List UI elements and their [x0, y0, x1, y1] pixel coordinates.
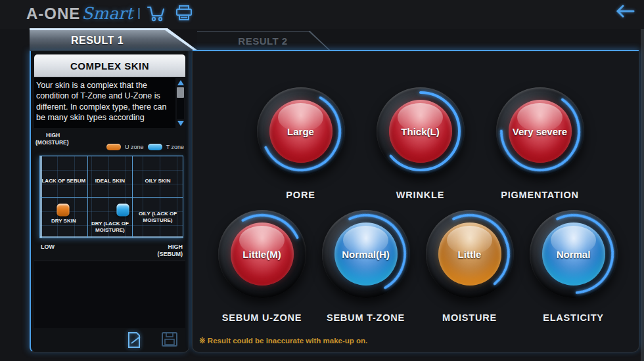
- gauge-pore: Large PORE: [252, 87, 350, 200]
- gauge-moisture-face: Little: [438, 223, 501, 286]
- zone-label-oily-skin: OILY SKIN: [145, 178, 170, 184]
- u-zone-legend-label: U zone: [125, 144, 144, 150]
- makeup-disclaimer-note: ※ Result could be inaccurate with make-u…: [199, 336, 367, 345]
- tab-result1[interactable]: RESULT 1: [30, 30, 194, 51]
- screen-right-edge: [641, 0, 644, 361]
- app-logo: A-ONE Smart: [26, 4, 133, 23]
- tab-result2[interactable]: RESULT 2: [197, 32, 329, 50]
- zone-label-dry-skin: DRY SKIN: [51, 218, 76, 224]
- gauge-moisture-label: MOISTURE: [442, 312, 497, 323]
- u-zone-marker: [57, 203, 69, 216]
- result-gauges-panel: Large PORE Thick(L) WRINKLE Very severe: [192, 50, 639, 352]
- logo-text-script: Smart: [81, 4, 133, 23]
- header-bar: A-ONE Smart |: [0, 0, 644, 29]
- gauge-sebum-t-zone-label: SEBUM T-ZONE: [327, 312, 405, 323]
- triangle-up-icon: [177, 80, 184, 85]
- gauge-moisture-button[interactable]: Little: [426, 210, 514, 298]
- t-zone-legend-swatch: [148, 144, 162, 150]
- skin-description-box: Your skin is a complex that the conditio…: [34, 78, 185, 128]
- gauge-elasticity-label: ELASTICITY: [543, 312, 604, 323]
- cart-icon[interactable]: [145, 4, 166, 22]
- skin-zone-chart: HIGH (MOISTURE) U zone T zone LACK OF SE…: [34, 131, 185, 258]
- gauge-wrinkle-button[interactable]: Thick(L): [377, 87, 465, 175]
- gauge-elasticity-face: Normal: [542, 223, 605, 286]
- gauge-wrinkle-value: Thick(L): [401, 126, 439, 137]
- gauge-pore-label: PORE: [286, 190, 315, 200]
- triangle-down-icon: [177, 121, 184, 126]
- gauge-row-2: Little(M) SEBUM U-ZONE Normal(H) SEBUM T…: [193, 210, 639, 323]
- gauge-pigmentation: Very severe PIGMENTATION: [491, 87, 589, 200]
- result-summary-panel: COMPLEX SKIN Your skin is a complex that…: [30, 51, 189, 352]
- panel-empty-area: [34, 261, 185, 328]
- gauge-wrinkle: Thick(L) WRINKLE: [371, 87, 470, 200]
- gauge-pigmentation-button[interactable]: Very severe: [496, 87, 584, 175]
- scroll-up-button[interactable]: [175, 78, 185, 87]
- gauge-sebum-t-zone-value: Normal(H): [342, 249, 390, 260]
- grid-major-hline: [40, 197, 183, 198]
- header-divider: |: [137, 6, 141, 20]
- zone-label-oily-lack-of-moisture: OILY (LACK OF MOISTURE): [135, 211, 181, 224]
- gauge-wrinkle-label: WRINKLE: [396, 190, 444, 200]
- gauge-row-1: Large PORE Thick(L) WRINKLE Very severe: [193, 87, 639, 200]
- gauge-sebum-t-zone-face: Normal(H): [334, 223, 398, 286]
- tab-result1-label: RESULT 1: [71, 35, 124, 47]
- back-arrow-icon[interactable]: [614, 3, 636, 22]
- gauge-elasticity-value: Normal: [557, 249, 591, 260]
- x-axis-high-label: HIGH: [168, 244, 183, 250]
- gauge-sebum-t-zone-button[interactable]: Normal(H): [322, 210, 410, 298]
- gauge-wrinkle-face: Thick(L): [389, 100, 452, 163]
- description-scrollbar[interactable]: [175, 78, 185, 128]
- gauge-sebum-u-zone-value: Little(M): [242, 249, 281, 260]
- tab-result2-label: RESULT 2: [238, 35, 287, 47]
- gauge-sebum-t-zone: Normal(H) SEBUM T-ZONE: [317, 210, 415, 323]
- zone-label-dry-lack-of-moisture: DRY (LACK OF MOISTURE): [87, 220, 133, 234]
- gauge-sebum-u-zone-label: SEBUM U-ZONE: [222, 312, 302, 323]
- gauge-pigmentation-label: PIGMENTATION: [501, 190, 579, 200]
- t-zone-marker: [116, 203, 129, 216]
- edit-note-icon[interactable]: [126, 331, 144, 349]
- u-zone-legend-swatch: [106, 144, 121, 150]
- scroll-down-button[interactable]: [175, 119, 185, 128]
- scrollbar-thumb[interactable]: [177, 87, 184, 98]
- x-axis-unit-label: (SEBUM): [158, 251, 183, 257]
- panel-footer: [31, 328, 189, 352]
- y-axis-high-label: HIGH: [46, 132, 60, 138]
- zone-label-lack-of-sebum: LACK OF SEBUM: [41, 178, 85, 184]
- printer-icon[interactable]: [173, 4, 195, 22]
- scrollbar-track[interactable]: [177, 87, 184, 119]
- skin-type-title: COMPLEX SKIN: [34, 54, 185, 77]
- gauge-moisture-value: Little: [458, 249, 482, 260]
- skin-description-text: Your skin is a complex that the conditio…: [34, 78, 175, 128]
- gauge-pigmentation-value: Very severe: [513, 126, 567, 137]
- save-icon[interactable]: [161, 331, 179, 349]
- chart-legend: U zone T zone: [106, 144, 184, 150]
- t-zone-legend-label: T zone: [166, 144, 184, 150]
- gauge-moisture: Little MOISTURE: [421, 210, 519, 323]
- gauge-pigmentation-face: Very severe: [509, 100, 572, 163]
- zone-grid-plot: LACK OF SEBUM IDEAL SKIN OILY SKIN DRY S…: [39, 156, 183, 238]
- x-axis-low-label: LOW: [41, 244, 55, 250]
- gauge-sebum-u-zone: Little(M) SEBUM U-ZONE: [213, 210, 311, 323]
- gauge-elasticity: Normal ELASTICITY: [524, 210, 623, 323]
- y-axis-unit-label: (MOISTURE): [35, 139, 69, 146]
- gauge-pore-button[interactable]: Large: [257, 87, 345, 175]
- gauge-sebum-u-zone-button[interactable]: Little(M): [218, 210, 306, 298]
- gauge-pore-value: Large: [287, 126, 314, 137]
- skin-analysis-screen: { "header": { "logo_primary": "A-ONE", "…: [0, 0, 644, 361]
- zone-label-ideal-skin: IDEAL SKIN: [95, 178, 125, 184]
- logo-text-primary: A-ONE: [26, 5, 80, 23]
- gauge-sebum-u-zone-face: Little(M): [231, 223, 294, 286]
- gauge-elasticity-button[interactable]: Normal: [530, 210, 618, 298]
- gauge-pore-face: Large: [269, 100, 333, 163]
